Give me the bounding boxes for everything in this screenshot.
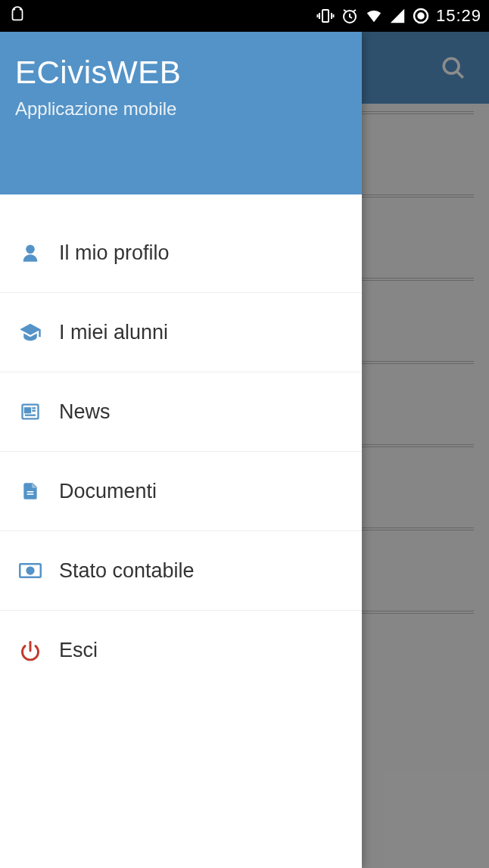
signal-icon	[389, 8, 406, 24]
menu-label: Documenti	[59, 480, 157, 503]
drawer-header: ECivisWEB Applicazione mobile	[0, 32, 362, 194]
status-left	[8, 6, 27, 26]
menu-item-documents[interactable]: Documenti	[0, 452, 362, 531]
vibrate-icon	[316, 7, 335, 25]
graduation-icon	[17, 319, 44, 346]
menu-item-news[interactable]: News	[0, 372, 362, 452]
svg-point-9	[418, 14, 423, 19]
user-icon	[17, 239, 44, 266]
target-icon	[412, 7, 430, 25]
svg-rect-18	[27, 491, 34, 493]
menu-item-profile[interactable]: Il mio profilo	[0, 213, 362, 293]
svg-rect-19	[27, 493, 34, 495]
money-icon	[17, 557, 44, 584]
menu-label: Stato contabile	[59, 559, 195, 583]
svg-point-21	[27, 568, 34, 574]
menu-item-students[interactable]: I miei alunni	[0, 293, 362, 372]
svg-rect-14	[25, 408, 30, 412]
svg-rect-2	[322, 10, 329, 22]
menu-label: Esci	[59, 639, 98, 662]
menu-label: I miei alunni	[59, 321, 168, 344]
alarm-icon	[341, 7, 359, 25]
menu-item-accounting[interactable]: Stato contabile	[0, 531, 362, 611]
drawer-subtitle: Applicazione mobile	[15, 98, 347, 120]
menu-item-exit[interactable]: Esci	[0, 611, 362, 690]
navigation-drawer: ECivisWEB Applicazione mobile Il mio pro…	[0, 32, 362, 868]
drawer-title: ECivisWEB	[15, 54, 347, 91]
menu-label: News	[59, 400, 111, 424]
power-icon	[17, 637, 44, 664]
status-time: 15:29	[436, 6, 481, 26]
document-icon	[17, 478, 44, 505]
status-right: 15:29	[316, 6, 481, 26]
newspaper-icon	[17, 398, 44, 425]
android-icon	[8, 6, 27, 26]
wifi-icon	[365, 8, 383, 24]
status-bar: 15:29	[0, 0, 489, 32]
svg-point-12	[26, 245, 35, 254]
drawer-menu: Il mio profilo I miei alunni News	[0, 194, 362, 868]
menu-label: Il mio profilo	[59, 241, 170, 265]
